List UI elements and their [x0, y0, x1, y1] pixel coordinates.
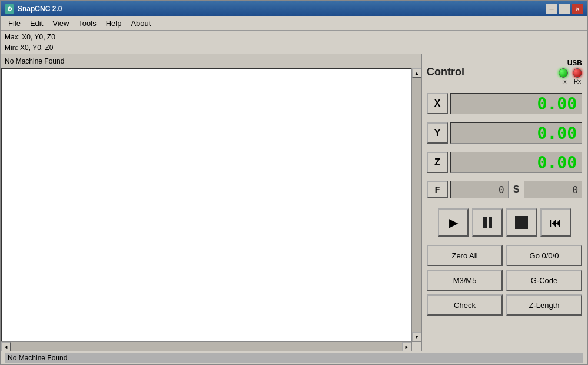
x-axis-display: 0.00: [450, 93, 582, 114]
rx-led-group: Rx: [573, 68, 582, 85]
stop-icon: [515, 216, 528, 229]
scroll-up-button[interactable]: ▲: [412, 68, 421, 78]
s-display: 0: [524, 181, 582, 198]
main-content: No Machine Found ▲ ▼ ◄ ►: [1, 54, 587, 351]
title-bar: ⚙ SnapCNC 2.0 ─ □ ✕: [1, 1, 587, 16]
main-window: ⚙ SnapCNC 2.0 ─ □ ✕ File Edit View Tools…: [0, 0, 588, 365]
title-bar-left: ⚙ SnapCNC 2.0: [5, 4, 62, 14]
left-panel: No Machine Found ▲ ▼ ◄ ►: [1, 54, 422, 351]
max-value: X0, Y0, Z0: [22, 33, 55, 41]
menu-edit[interactable]: Edit: [25, 18, 48, 29]
z-axis-value: 0.00: [537, 153, 577, 172]
bottom-status: No Machine Found: [5, 353, 583, 363]
scrollbar-vertical[interactable]: ▲ ▼: [411, 68, 421, 341]
f-display: 0: [450, 181, 509, 198]
right-panel: Control USB Tx Rx: [422, 54, 587, 351]
min-label: Min:: [5, 44, 18, 52]
play-icon: ▶: [449, 215, 458, 230]
led-row: Tx Rx: [559, 68, 582, 85]
rx-label: Rx: [574, 78, 581, 85]
gcode-button[interactable]: G-Code: [506, 270, 582, 291]
maximize-button[interactable]: □: [559, 4, 570, 14]
menu-help[interactable]: Help: [101, 18, 127, 29]
tx-led-group: Tx: [559, 68, 568, 85]
f-value: 0: [499, 184, 504, 195]
close-button[interactable]: ✕: [572, 4, 583, 14]
scrollbar-track-vertical: [412, 78, 421, 332]
rx-led: [573, 68, 582, 78]
menu-file[interactable]: File: [4, 18, 25, 29]
scroll-left-button[interactable]: ◄: [1, 342, 11, 351]
transport-row: ▶ ⏮: [427, 208, 582, 237]
go-000-button[interactable]: Go 0/0/0: [506, 245, 582, 266]
scroll-right-button[interactable]: ►: [402, 342, 411, 351]
rewind-icon: ⏮: [550, 216, 562, 230]
scroll-down-button[interactable]: ▼: [412, 332, 421, 341]
scrollbar-horizontal[interactable]: ◄ ►: [1, 341, 411, 351]
y-axis-display: 0.00: [450, 122, 582, 144]
scrollbar-corner: [411, 341, 421, 351]
stop-button[interactable]: [506, 208, 537, 237]
menu-tools[interactable]: Tools: [74, 18, 101, 29]
bottom-status-text: No Machine Found: [8, 354, 67, 362]
z-axis-row: Z 0.00: [427, 150, 582, 175]
x-axis-button[interactable]: X: [427, 93, 448, 114]
s-label: S: [511, 184, 522, 195]
control-title: Control: [427, 66, 464, 78]
left-top-status: No Machine Found: [1, 54, 421, 68]
zero-all-button[interactable]: Zero All: [427, 245, 503, 266]
play-button[interactable]: ▶: [438, 208, 469, 237]
tx-label: Tx: [560, 78, 566, 85]
title-bar-buttons: ─ □ ✕: [546, 4, 583, 14]
s-value: 0: [572, 184, 578, 195]
minimize-button[interactable]: ─: [546, 4, 557, 14]
max-info: Max: X0, Y0, Z0: [5, 32, 583, 42]
y-axis-button[interactable]: Y: [427, 122, 448, 144]
x-axis-row: X 0.00: [427, 91, 582, 117]
m3m5-button[interactable]: M3/M5: [427, 270, 503, 291]
pause-icon: [483, 217, 492, 228]
y-axis-value: 0.00: [537, 124, 577, 143]
menu-about[interactable]: About: [126, 18, 155, 29]
scrollbar-track-horizontal: [11, 342, 402, 351]
window-title: SnapCNC 2.0: [18, 5, 62, 13]
info-bar: Max: X0, Y0, Z0 Min: X0, Y0, Z0: [1, 31, 587, 54]
zlength-button[interactable]: Z-Length: [506, 294, 582, 316]
y-axis-row: Y 0.00: [427, 120, 582, 146]
tx-led: [559, 68, 568, 78]
menu-view[interactable]: View: [48, 18, 74, 29]
usb-section: USB Tx Rx: [559, 59, 582, 85]
z-axis-display: 0.00: [450, 152, 582, 173]
menu-bar: File Edit View Tools Help About: [1, 16, 587, 31]
app-icon: ⚙: [5, 4, 14, 14]
control-header: Control USB Tx Rx: [427, 59, 582, 85]
rewind-button[interactable]: ⏮: [540, 208, 571, 237]
f-button[interactable]: F: [427, 181, 448, 198]
action-grid: Zero All Go 0/0/0 M3/M5 G-Code Check Z-L…: [427, 245, 582, 316]
min-value: X0, Y0, Z0: [20, 44, 53, 52]
max-label: Max:: [5, 33, 20, 41]
fs-row: F 0 S 0: [427, 179, 582, 200]
pause-button[interactable]: [472, 208, 503, 237]
canvas-area: [1, 68, 411, 341]
check-button[interactable]: Check: [427, 294, 503, 316]
x-axis-value: 0.00: [537, 94, 577, 114]
usb-label: USB: [567, 59, 582, 67]
bottom-bar: No Machine Found: [1, 351, 587, 364]
z-axis-button[interactable]: Z: [427, 152, 448, 173]
min-info: Min: X0, Y0, Z0: [5, 42, 583, 53]
machine-status-text: No Machine Found: [5, 57, 64, 65]
